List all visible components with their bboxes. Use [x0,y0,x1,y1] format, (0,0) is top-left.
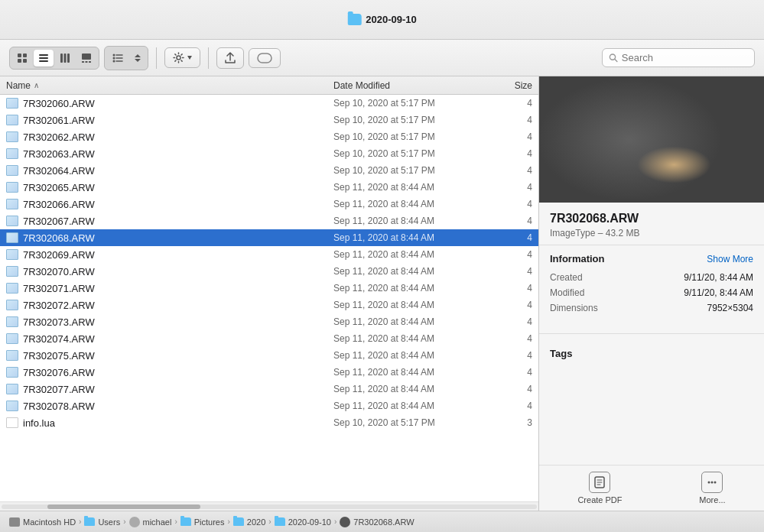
users-label: Users [98,517,120,527]
file-name-cell: 7R302070.ARW [6,266,333,277]
table-row[interactable]: 7R302071.ARW Sep 11, 2020 at 8:44 AM 4 [0,280,538,297]
svg-rect-10 [82,54,91,60]
column-size[interactable]: Size [486,80,532,91]
svg-rect-13 [89,61,91,63]
file-type-icon [6,367,18,378]
year-label: 2020 [247,517,265,527]
search-input[interactable] [622,52,748,63]
file-name-cell: 7R302065.ARW [6,182,333,193]
file-name-cell: 7R302066.ARW [6,199,333,210]
svg-rect-24 [539,76,764,203]
action-bar: Create PDF More... [539,465,764,511]
svg-rect-9 [67,54,70,63]
svg-point-16 [113,60,115,62]
folder-label: 2020-09-10 [288,517,331,527]
table-row[interactable]: 7R302070.ARW Sep 11, 2020 at 8:44 AM 4 [0,263,538,280]
view-toggle-group [9,47,99,70]
table-row[interactable]: 7R302067.ARW Sep 11, 2020 at 8:44 AM 4 [0,212,538,229]
titlebar: 2020-09-10 [0,0,764,40]
file-name-cell: 7R302069.ARW [6,249,333,261]
file-date-cell: Sep 11, 2020 at 8:44 AM [333,182,486,193]
more-actions-button[interactable]: More... [699,472,725,504]
table-row[interactable]: 7R302068.ARW Sep 11, 2020 at 8:44 AM 4 [0,229,538,246]
svg-rect-7 [60,54,63,63]
table-row[interactable]: 7R302073.ARW Sep 11, 2020 at 8:44 AM 4 [0,313,538,330]
preview-image-container [539,76,764,203]
share-button[interactable] [216,47,244,69]
table-row[interactable]: 7R302076.ARW Sep 11, 2020 at 8:44 AM 4 [0,364,538,381]
file-date-cell: Sep 11, 2020 at 8:44 AM [333,350,486,361]
pictures-label: Pictures [194,517,225,527]
preview-filename: 7R302068.ARW [550,212,753,225]
file-size-cell: 4 [486,249,532,260]
horizontal-scrollbar[interactable] [0,501,538,511]
file-type-icon [6,115,18,125]
scrollbar-track [2,504,537,509]
table-row[interactable]: 7R302062.ARW Sep 10, 2020 at 5:17 PM 4 [0,128,538,145]
view-columns-button[interactable] [55,50,75,66]
dimensions-label: Dimensions [550,303,598,313]
table-row[interactable]: 7R302064.ARW Sep 10, 2020 at 5:17 PM 4 [0,162,538,179]
table-row[interactable]: 7R302077.ARW Sep 11, 2020 at 8:44 AM 4 [0,381,538,397]
view-list-button[interactable] [34,50,54,66]
search-box[interactable] [602,48,755,67]
file-name-cell: 7R302064.ARW [6,165,333,177]
svg-rect-31 [639,138,663,167]
window-title: 2020-09-10 [347,14,417,25]
file-size-cell: 4 [486,165,532,176]
file-size-cell: 4 [486,266,532,277]
hd-icon [9,517,20,527]
table-row[interactable]: 7R302066.ARW Sep 11, 2020 at 8:44 AM 4 [0,196,538,212]
filename-text: 7R302069.ARW [23,249,95,261]
svg-rect-26 [639,88,715,149]
svg-rect-6 [39,60,48,62]
table-row[interactable]: 7R302078.ARW Sep 11, 2020 at 8:44 AM 4 [0,397,538,414]
pictures-icon [180,517,191,526]
arw-icon [340,517,350,527]
column-name[interactable]: Name ∧ [6,80,333,91]
svg-rect-8 [64,54,67,63]
divider-1 [539,333,764,334]
table-row[interactable]: 7R302069.ARW Sep 11, 2020 at 8:44 AM 4 [0,246,538,263]
show-more-button[interactable]: Show More [707,254,753,264]
table-row[interactable]: 7R302061.ARW Sep 10, 2020 at 5:17 PM 4 [0,112,538,128]
file-type-icon [6,165,18,176]
file-size-cell: 4 [486,384,532,394]
column-date[interactable]: Date Modified [333,80,486,91]
file-date-cell: Sep 10, 2020 at 5:17 PM [333,417,486,428]
tag-button[interactable] [249,48,281,68]
filename-text: info.lua [23,417,55,429]
table-row[interactable]: 7R302065.ARW Sep 11, 2020 at 8:44 AM 4 [0,179,538,196]
table-row[interactable]: 7R302072.ARW Sep 11, 2020 at 8:44 AM 4 [0,297,538,313]
create-pdf-button[interactable]: Create PDF [577,472,622,504]
table-row[interactable]: 7R302060.ARW Sep 10, 2020 at 5:17 PM 4 [0,95,538,112]
file-size-cell: 4 [486,401,532,411]
info-row-dimensions: Dimensions 7952×5304 [550,303,753,313]
file-date-cell: Sep 11, 2020 at 8:44 AM [333,333,486,344]
sort-dropdown-button[interactable] [130,51,145,65]
svg-rect-28 [663,105,691,128]
file-type-icon [6,316,18,327]
file-name-cell: 7R302076.ARW [6,367,333,378]
svg-rect-0 [18,54,21,57]
table-row[interactable]: 7R302074.ARW Sep 11, 2020 at 8:44 AM 4 [0,330,538,347]
created-label: Created [550,272,583,283]
table-row[interactable]: info.lua Sep 10, 2020 at 5:17 PM 3 [0,414,538,431]
file-name-cell: 7R302077.ARW [6,384,333,395]
filename-text: 7R302076.ARW [23,367,95,378]
svg-rect-25 [547,84,669,176]
file-size-cell: 4 [486,98,532,109]
filename-text: 7R302061.ARW [23,115,95,126]
table-row[interactable]: 7R302063.ARW Sep 10, 2020 at 5:17 PM 4 [0,145,538,162]
view-icons-button[interactable] [12,50,32,66]
svg-rect-27 [658,99,696,134]
view-gallery-button[interactable] [76,50,96,66]
view-options-button[interactable] [107,49,128,67]
gear-button[interactable] [164,47,200,68]
table-row[interactable]: 7R302075.ARW Sep 11, 2020 at 8:44 AM 4 [0,347,538,364]
filename-text: 7R302075.ARW [23,350,95,362]
file-size-cell: 4 [486,300,532,310]
file-name-cell: 7R302062.ARW [6,131,333,143]
user-label: michael [143,517,172,527]
separator-2 [208,47,209,69]
